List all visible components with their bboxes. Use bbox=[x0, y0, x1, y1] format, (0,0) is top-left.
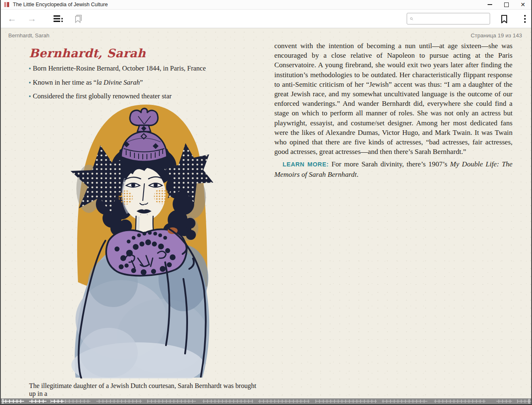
slider-start-marker bbox=[2, 399, 3, 404]
forward-button[interactable]: → bbox=[25, 14, 39, 23]
maximize-button[interactable] bbox=[498, 0, 515, 9]
kebab-icon bbox=[524, 14, 526, 24]
list-item: Born Henriette-Rosine Bernard, October 1… bbox=[29, 64, 253, 73]
list-item: Considered the first globally renowned t… bbox=[29, 92, 253, 100]
search-icon bbox=[410, 16, 413, 22]
search-box bbox=[407, 13, 490, 24]
title-bar: The Little Encyclopedia of Jewish Cultur… bbox=[1, 0, 531, 10]
bullet-text: Known in her time as “la Divine Sarah” bbox=[33, 78, 143, 87]
reader-page: Bernhardt, Sarah Страница 19 из 143 Bern… bbox=[1, 28, 531, 398]
add-bookmark-button[interactable] bbox=[497, 12, 511, 26]
table-of-contents-button[interactable] bbox=[51, 12, 66, 26]
search-input[interactable] bbox=[413, 16, 490, 22]
bullet-list: Born Henriette-Rosine Bernard, October 1… bbox=[29, 64, 253, 106]
toc-icon bbox=[54, 15, 63, 22]
slider-read-ticks bbox=[2, 400, 64, 403]
bookmarks-icon bbox=[74, 14, 83, 23]
bullet-icon bbox=[29, 95, 31, 97]
bullet-text: Born Henriette-Rosine Bernard, October 1… bbox=[33, 64, 206, 73]
minimize-button[interactable] bbox=[481, 0, 498, 9]
body-paragraph: convent with the intention of becoming a… bbox=[274, 41, 512, 156]
article-body-column: convent with the intention of becoming a… bbox=[274, 41, 512, 179]
learn-more-label: LEARN MORE: bbox=[283, 161, 329, 168]
app-window: The Little Encyclopedia of Jewish Cultur… bbox=[0, 0, 532, 405]
window-title: The Little Encyclopedia of Jewish Cultur… bbox=[13, 2, 108, 7]
bookmark-icon bbox=[500, 14, 508, 24]
bullet-icon bbox=[29, 68, 31, 69]
image-caption: The illegitimate daughter of a Jewish Du… bbox=[29, 382, 261, 398]
learn-more-paragraph: LEARN MORE: For more Sarah divinity, the… bbox=[274, 159, 512, 179]
slider-ticks bbox=[2, 400, 530, 403]
close-button[interactable]: ✕ bbox=[515, 0, 531, 9]
article-heading: Bernhardt, Sarah bbox=[29, 46, 146, 60]
page-indicator: Страница 19 из 143 bbox=[471, 32, 522, 39]
bullet-icon bbox=[29, 82, 31, 83]
running-header: Bernhardt, Sarah bbox=[8, 32, 49, 39]
bullet-text: Considered the first globally renowned t… bbox=[33, 92, 171, 100]
illustration-sarah-bernhardt-portrait bbox=[59, 104, 216, 378]
menu-button[interactable] bbox=[518, 12, 532, 26]
list-item: Known in her time as “la Divine Sarah” bbox=[29, 78, 253, 87]
back-button[interactable]: ← bbox=[5, 14, 19, 23]
toolbar: ← → bbox=[1, 10, 531, 28]
page-slider[interactable] bbox=[1, 398, 531, 404]
bookmarks-list-button[interactable] bbox=[71, 12, 85, 26]
slider-end-marker bbox=[529, 399, 530, 404]
app-icon bbox=[4, 2, 10, 7]
